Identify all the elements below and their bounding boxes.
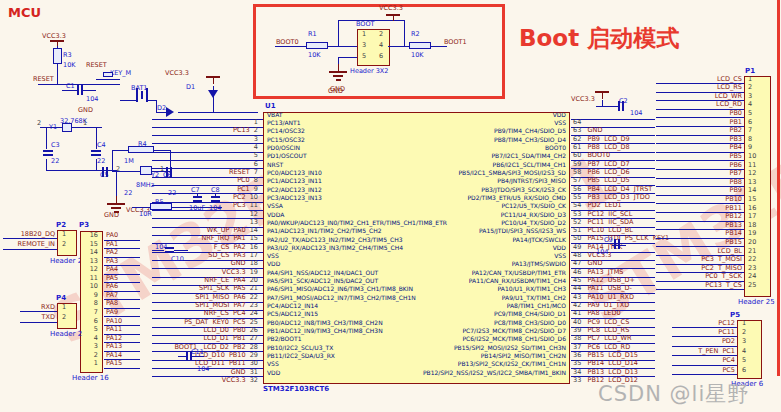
capacitor-plate: [193, 200, 202, 202]
ic-ref: U1: [265, 103, 276, 110]
p1-pin-number: 12: [748, 170, 756, 177]
component-label: D2: [157, 105, 166, 112]
boot-pin-number: 5: [362, 53, 366, 60]
component-label: 22: [97, 158, 105, 165]
wire-segment: [186, 193, 218, 194]
p4-net-label: RXD: [0, 304, 55, 311]
wire-segment: [112, 150, 128, 151]
ic-part-number: STM32F103RCT6: [263, 386, 329, 393]
gnd-bar: [107, 203, 125, 205]
p1-pin-number: 24: [748, 273, 756, 280]
p5-net-label: T_PEN PC1: [636, 348, 735, 355]
p1-pin-number: 4: [748, 101, 752, 108]
p5-net-label: PC11: [636, 329, 735, 336]
ic-pin-name: NRST: [267, 162, 283, 168]
p1-pin-number: 25: [748, 282, 756, 289]
wire-segment: [46, 127, 47, 149]
ic-pin-name: PB0/ADC12_IN8/TIM3_CH3/TIM8_CH2N: [267, 320, 383, 326]
key-button: [103, 72, 113, 77]
p1-net-label: LCD_RD: [646, 101, 742, 108]
ic-pin-name: PB12/SPI2_NSS/I2S2_WS/I2C2_SMBA/TIM1_BKI…: [370, 370, 566, 376]
p1-pin-number: 9: [748, 144, 752, 151]
p5-net-label: PC4: [636, 357, 735, 364]
p1-net-label: PB0: [646, 110, 742, 117]
p1-pin-number: 6: [748, 119, 752, 126]
p3-net-label: PA10: [106, 318, 122, 325]
ic-pin-name: PC10/U4_TX/SDIO_D2: [370, 220, 566, 226]
p4-pin-number: 2: [62, 314, 66, 321]
wire-segment: [120, 100, 136, 101]
p3-pin-number: 10: [81, 283, 98, 290]
wire-segment: [596, 106, 618, 107]
p1-net-label: PB7: [646, 170, 742, 177]
ic-pin-name: VDDA: [267, 212, 284, 218]
p1-pin-number: 3: [748, 93, 752, 100]
capacitor-plate: [211, 196, 220, 198]
wire-segment: [186, 207, 222, 208]
boot-pin-number: 2: [379, 31, 383, 38]
p3-net-label: PA11: [106, 326, 122, 333]
ic-pin-name: PC9/TIM8_CH4/SDIO_D1: [370, 311, 566, 317]
capacitor-plate: [170, 167, 172, 177]
p1-pin-number: 13: [748, 179, 756, 186]
wire-segment: [112, 171, 140, 172]
p5-pin-number: 2: [742, 329, 746, 336]
wire-segment: [431, 46, 447, 47]
diode-d1: [208, 90, 218, 98]
ic-pin-name: PC4/ADC12_IN14: [267, 303, 318, 309]
ic-left-pin-labels: VCC3.3 32: [46, 369, 258, 385]
net-label-boot0: BOOT0: [276, 39, 299, 46]
p3-pin-number: 16: [81, 232, 98, 239]
ic-pin-name: PA1/ADC123_IN1/TIM2_CH2/TIM5_CH2: [267, 228, 382, 234]
capacitor-plate: [165, 251, 174, 253]
ic-pin-name: VSS: [267, 253, 279, 259]
p3-net-label: PA4: [106, 266, 118, 273]
component-label: 104: [596, 249, 608, 256]
p2-pin-number: 2: [62, 241, 66, 248]
ic-pin-name: VSSA: [267, 203, 283, 209]
gnd-bar: [111, 207, 121, 209]
watermark-csdn: CSDN @li星野: [598, 380, 749, 408]
component-label: VCC3.3: [42, 33, 66, 40]
p1-pin-number: 20: [748, 239, 756, 246]
ic-pin-name: PD2/TIM3_ETR/U5_RX/SDIO_CMD: [370, 195, 566, 201]
wire-segment: [338, 57, 357, 58]
wire-segment: [40, 127, 64, 128]
component-label: 1: [83, 120, 87, 127]
component-label: 104: [86, 96, 98, 103]
ic-pin-name: PC8/TIM8_CH3/SDIO_D0: [370, 320, 566, 326]
p1-net-label: PB5: [646, 153, 742, 160]
ic-pin-name: PB8/TIM4_CH3/SDIO_D4: [370, 137, 566, 143]
p5-pin-wire: [672, 374, 737, 375]
wire-segment: [404, 20, 405, 47]
ic-pin-name: VSS: [267, 361, 279, 367]
p3-pin-number: 9: [81, 292, 98, 299]
ic-pin-name: PA9/U1_TX/TIM1_CH2: [370, 295, 566, 301]
p1-pin-number: 21: [748, 248, 756, 255]
p1-net-label: PC0 T_SCK: [646, 273, 742, 280]
ic-pin-name: VDD: [267, 370, 280, 376]
p3-net-label: PA5: [106, 275, 118, 282]
p1-net-label: PB10: [646, 196, 742, 203]
p1-pin-number: 2: [748, 84, 752, 91]
component-label: 22: [124, 190, 132, 197]
resistor-r1: [306, 42, 328, 49]
p3-net-label: PA9: [106, 309, 118, 316]
wire-segment: [388, 46, 409, 47]
wire-segment: [213, 112, 258, 113]
ic-pin-name: PA15/JTDI/SPI3_NSS/I2S3_WS: [370, 228, 566, 234]
p3-net-label: PA6: [106, 283, 118, 290]
boot-pin-number: 3: [362, 42, 366, 49]
capacitor-plate: [186, 351, 188, 361]
gnd-bar: [333, 75, 343, 77]
p1-net-label: PB12: [646, 213, 742, 220]
connector-p1-ref: P1: [745, 68, 755, 75]
p1-net-label: PC3 T_MOSI: [646, 256, 742, 263]
component-label: 22: [51, 158, 59, 165]
ic-pin-name: PB6/I2C1_SCL/TIM4_CH1: [370, 162, 566, 168]
gnd-stem: [338, 64, 339, 71]
wire-segment: [192, 356, 204, 357]
ic-pin-name: PB4/JNTRST/SPI3_MISO: [370, 178, 566, 184]
resistor-r1-value: 10K: [308, 52, 321, 59]
ic-pin-name: PC14/OSC32: [267, 128, 305, 134]
